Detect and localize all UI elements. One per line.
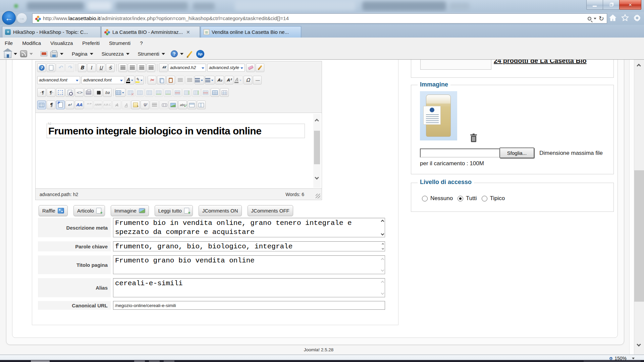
tab-vendita-online[interactable]: ▤ Vendita online La Casetta Bio ne... — [201, 26, 301, 38]
highlight-button[interactable]: ✎ — [135, 76, 144, 84]
parole-chiave-input[interactable]: frumento, grano, bio, biologico, integra… — [113, 241, 385, 251]
main-scrollbar[interactable] — [634, 60, 644, 355]
help-icon[interactable]: ? — [171, 50, 178, 57]
font-color-button[interactable]: A — [126, 76, 135, 84]
radio-tipico[interactable] — [482, 196, 487, 201]
menu-item[interactable]: Preferiti — [82, 40, 100, 46]
insert-table-icon[interactable] — [115, 88, 125, 97]
delete-image-icon[interactable] — [470, 133, 478, 142]
sfoglia-button[interactable]: Sfoglia... — [499, 147, 534, 158]
insert-row-below-icon[interactable] — [164, 88, 172, 97]
descrizione-meta-textarea[interactable]: Frumento bio in vendita online, grano te… — [113, 218, 385, 237]
strumenti-menu[interactable]: Strumenti — [138, 51, 165, 57]
undo-icon[interactable]: ↶ — [56, 63, 65, 72]
file-upload-input[interactable] — [420, 148, 500, 158]
delete-row-icon[interactable] — [173, 88, 182, 97]
refresh-icon[interactable]: ↻ — [599, 15, 604, 22]
hp-icon[interactable]: hp — [196, 50, 204, 58]
tab-hikashop-forum[interactable]: ✳ HikaShop - HikaShop - Topic: C... — [2, 26, 101, 38]
editor-scrollbar-thumb[interactable] — [314, 131, 320, 164]
snippet-pen-icon[interactable] — [187, 51, 192, 57]
subscript-icon[interactable]: A₂ — [215, 76, 224, 84]
search-icon[interactable] — [94, 88, 102, 97]
products-link[interactable]: 24 prodotti de La Casetta Bio — [494, 60, 587, 67]
anchor-icon[interactable]: Ψ — [141, 101, 149, 109]
forward-button[interactable]: → — [16, 13, 27, 23]
format-select[interactable]: advanced.h2 — [168, 64, 206, 72]
editor-content[interactable]: h2 Frumento integrale biologico in vendi… — [36, 113, 322, 188]
align-right-icon[interactable] — [147, 63, 155, 72]
jcomments-on-button[interactable]: JComments ON — [199, 205, 242, 216]
insert-column-left-icon[interactable] — [182, 88, 191, 97]
back-button[interactable]: ← — [2, 11, 16, 25]
help-icon[interactable]: ? — [37, 63, 46, 72]
main-scrollbar-thumb[interactable] — [634, 170, 644, 302]
editor-scrollbar[interactable] — [313, 114, 321, 188]
selected-heading-block[interactable]: h2 Frumento integrale biologico in vendi… — [47, 124, 305, 138]
tab-la-casetta-bio-admin[interactable]: La Casetta BIO - Amministraz... ✕ — [101, 26, 200, 38]
raffle-button[interactable]: Raffle — [39, 205, 68, 216]
visual-aid-button[interactable] — [37, 101, 46, 109]
paste-icon[interactable] — [166, 76, 175, 84]
print-dropdown-icon[interactable] — [60, 53, 63, 55]
cut-icon[interactable]: ✂ — [148, 76, 156, 84]
articolo-button[interactable]: Articolo — [73, 205, 105, 216]
abbreviation-icon[interactable]: ABBR — [94, 101, 102, 109]
titolo-pagina-textarea[interactable]: Frumento grano bio vendita online — [113, 255, 385, 274]
underline-button[interactable]: U — [97, 63, 105, 72]
menu-item[interactable]: Strumenti — [109, 40, 130, 46]
home-icon[interactable] — [608, 14, 617, 22]
acronym-icon[interactable]: A.B.C. — [103, 101, 112, 109]
tab-close-icon[interactable]: ✕ — [186, 29, 190, 35]
table-borders-icon[interactable] — [211, 88, 219, 97]
deletion-icon[interactable]: A — [112, 101, 121, 109]
paste-text-button[interactable] — [56, 101, 65, 109]
new-document-icon[interactable] — [47, 63, 55, 72]
toggle-borders-icon[interactable] — [220, 88, 229, 97]
resize-grip[interactable] — [316, 194, 320, 198]
settings-gear-icon[interactable] — [633, 14, 641, 22]
jcomments-off-button[interactable]: JComments OFF — [248, 205, 293, 216]
help-dropdown-icon[interactable] — [180, 53, 183, 55]
spellcheck-icon[interactable]: abc — [178, 101, 187, 109]
close-button[interactable]: × — [619, 0, 641, 10]
immagine-button[interactable]: Immagine — [111, 205, 149, 216]
delete-table-icon[interactable] — [126, 88, 135, 97]
find-replace-icon[interactable]: ba — [103, 88, 112, 97]
bold-button[interactable]: B — [78, 63, 87, 72]
favorites-star-icon[interactable] — [621, 14, 629, 22]
insert-row-above-icon[interactable] — [154, 88, 163, 97]
restore-button[interactable] — [603, 0, 620, 10]
align-center-icon[interactable] — [128, 63, 137, 72]
sicurezza-menu[interactable]: Sicurezza — [102, 51, 129, 57]
eraser-icon[interactable] — [246, 63, 255, 72]
cell-properties-icon[interactable] — [145, 88, 154, 97]
top-right-input[interactable] — [420, 60, 491, 70]
address-bar[interactable]: http://www.lacasettabio.it/administrator… — [32, 13, 607, 23]
mail-icon[interactable] — [41, 51, 47, 56]
copy-icon[interactable] — [157, 76, 166, 84]
menu-item[interactable]: Modifica — [22, 40, 41, 46]
insert-image-icon[interactable] — [169, 101, 177, 109]
outdent-icon[interactable] — [185, 76, 194, 84]
row-properties-icon[interactable] — [136, 88, 144, 97]
redo-icon[interactable]: ↷ — [65, 63, 74, 72]
rtl-icon[interactable]: ¶· — [47, 88, 55, 97]
style-select[interactable]: advanced.style — [207, 64, 245, 72]
ordered-list-icon[interactable] — [195, 76, 204, 84]
font-family-select[interactable]: advanced.font — [37, 76, 80, 84]
print-icon[interactable] — [50, 52, 58, 57]
fontwork-icon[interactable]: AA — [75, 101, 84, 109]
rss-dropdown-icon[interactable] — [30, 53, 33, 55]
style-props-icon[interactable] — [197, 101, 206, 109]
fullscreen-icon[interactable] — [56, 88, 65, 97]
radio-tutti[interactable] — [458, 196, 463, 201]
horizontal-rule-icon[interactable]: — — [253, 76, 262, 84]
canonical-url-input[interactable]: /negozio-online/cereali-e-simili — [113, 301, 385, 310]
annotation-icon[interactable] — [131, 101, 140, 109]
print-icon[interactable] — [84, 88, 93, 97]
home-dropdown-icon[interactable] — [14, 53, 17, 55]
search-dropdown-icon[interactable] — [594, 18, 596, 19]
insert-column-right-icon[interactable] — [192, 88, 201, 97]
italic-button[interactable]: I — [87, 63, 96, 72]
